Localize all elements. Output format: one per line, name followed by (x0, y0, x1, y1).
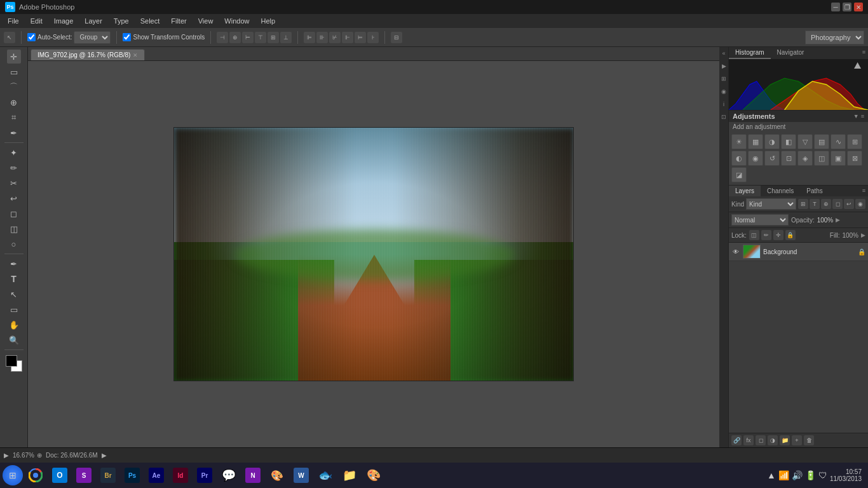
dodge-tool[interactable]: ○ (7, 237, 21, 251)
healing-brush-tool[interactable]: ✦ (7, 146, 21, 159)
menu-layer[interactable]: Layer (79, 16, 107, 26)
workspace-dropdown[interactable]: Photography Essentials Design Painting M… (805, 30, 864, 44)
menu-help[interactable]: Help (255, 16, 280, 26)
channelmixer-adj-icon[interactable]: ◐ (731, 151, 747, 166)
adjustments-collapse-icon[interactable]: ▼ (853, 113, 859, 119)
histogram-tab[interactable]: Histogram (729, 47, 771, 59)
filter-on-icon[interactable]: ◉ (855, 199, 865, 209)
shape-tool[interactable]: ▭ (7, 302, 21, 316)
curves-adj-icon[interactable]: ◑ (764, 134, 780, 149)
pattern-adj-icon[interactable]: ◪ (731, 167, 747, 182)
add-adjustment-icon[interactable]: ◑ (768, 435, 778, 445)
auto-select-dropdown[interactable]: Group Layer (74, 31, 111, 44)
menu-filter[interactable]: Filter (166, 16, 191, 26)
layer-visibility-icon[interactable]: 👁 (731, 247, 740, 256)
path-select-tool[interactable]: ↖ (7, 287, 21, 301)
menu-file[interactable]: File (3, 16, 24, 26)
zoom-tool[interactable]: 🔍 (7, 333, 21, 347)
lock-pixels-icon[interactable]: ✏ (761, 230, 771, 240)
lock-transparent-icon[interactable]: ◫ (749, 230, 759, 240)
paths-tab[interactable]: Paths (800, 186, 829, 196)
dist-bottom-icon[interactable]: ⊦ (367, 32, 379, 43)
menu-type[interactable]: Type (109, 16, 134, 26)
align-right-icon[interactable]: ⊢ (242, 32, 254, 43)
adjustments-options-icon[interactable]: ≡ (861, 113, 864, 119)
tray-expand-icon[interactable]: ▲ (767, 470, 776, 480)
opacity-arrow[interactable]: ▶ (836, 217, 840, 223)
menu-edit[interactable]: Edit (25, 16, 48, 26)
gradientmap-adj-icon[interactable]: ▣ (831, 151, 846, 166)
side-icon-1[interactable]: ▶ (720, 62, 728, 70)
add-link-icon[interactable]: 🔗 (731, 435, 742, 445)
align-top-icon[interactable]: ⊤ (255, 32, 266, 43)
marquee-tool[interactable]: ▭ (7, 65, 21, 79)
dist-center-v-icon[interactable]: ⊨ (355, 32, 366, 43)
filter-shape-icon[interactable]: ◻ (832, 199, 843, 209)
blend-mode-dropdown[interactable]: Normal Multiply Screen Overlay (731, 214, 789, 226)
selectivecolor-adj-icon[interactable]: ◫ (814, 151, 829, 166)
lasso-tool[interactable]: ⌒ (7, 80, 21, 94)
photofilter-adj-icon[interactable]: ⊞ (847, 134, 862, 149)
taskbar-explorer-icon[interactable]: 📁 (338, 464, 361, 487)
align-center-v-icon[interactable]: ⊞ (268, 32, 279, 43)
tray-antivirus-icon[interactable]: 🛡 (818, 470, 827, 480)
brush-tool[interactable]: ✏ (7, 161, 21, 175)
tray-power-icon[interactable]: 🔋 (805, 470, 816, 480)
taskbar-fish-icon[interactable]: 🐟 (314, 464, 337, 487)
side-icon-5[interactable]: ⊡ (720, 113, 728, 121)
add-layer-icon[interactable]: + (792, 435, 802, 445)
align-bottom-icon[interactable]: ⊥ (280, 32, 292, 43)
start-button[interactable]: ⊞ (3, 465, 23, 485)
navigator-tab[interactable]: Navigator (771, 47, 811, 59)
pen-tool[interactable]: ✒ (7, 257, 21, 271)
add-mask-icon[interactable]: ◻ (756, 435, 766, 445)
taskbar-outlook-icon[interactable]: O (48, 464, 71, 487)
clone-stamp-tool[interactable]: ✂ (7, 176, 21, 190)
layer-item-background[interactable]: 👁 Background 🔒 (729, 243, 868, 261)
move-tool[interactable]: ✛ (7, 50, 21, 64)
add-fx-icon[interactable]: fx (743, 435, 754, 445)
menu-view[interactable]: View (193, 16, 219, 26)
taskbar-chrome-icon[interactable] (24, 464, 47, 487)
taskbar-pr-icon[interactable]: Pr (193, 464, 216, 487)
side-icon-2[interactable]: ⊞ (720, 75, 728, 83)
side-icon-4[interactable]: i (720, 100, 728, 108)
delete-layer-icon[interactable]: 🗑 (804, 435, 814, 445)
hand-tool[interactable]: ✋ (7, 318, 21, 332)
dist-left-icon[interactable]: ⊫ (304, 32, 315, 43)
taskbar-bridge-icon[interactable]: Br (97, 464, 119, 487)
colorbalance-adj-icon[interactable]: ∿ (831, 134, 846, 149)
brightness-adj-icon[interactable]: ☀ (731, 134, 747, 149)
levels-adj-icon[interactable]: ▦ (748, 134, 763, 149)
status-left-arrow[interactable]: ▶ (4, 452, 9, 459)
document-tab[interactable]: IMG_9702.jpg @ 16.7% (RGB/8) ✕ (31, 49, 145, 60)
posterize-adj-icon[interactable]: ⊡ (781, 151, 796, 166)
zoom-icon[interactable]: ⊕ (37, 452, 42, 459)
dist-top-icon[interactable]: ⊩ (342, 32, 353, 43)
close-button[interactable]: ✕ (854, 3, 863, 11)
filter-smart-icon[interactable]: ↩ (844, 199, 854, 209)
minimize-button[interactable]: ─ (831, 3, 840, 11)
eyedropper-tool[interactable]: ✒ (7, 126, 21, 140)
filter-pixel-icon[interactable]: ⊞ (798, 199, 808, 209)
tab-close-button[interactable]: ✕ (133, 52, 138, 58)
color-swatches[interactable] (6, 355, 22, 372)
collapse-panel-icon[interactable]: « (720, 50, 728, 57)
exposure-adj-icon[interactable]: ◧ (781, 134, 796, 149)
history-brush-tool[interactable]: ↩ (7, 191, 21, 205)
taskbar-ps-icon[interactable]: Ps (121, 464, 144, 487)
restore-button[interactable]: ❐ (843, 3, 851, 11)
menu-image[interactable]: Image (49, 16, 79, 26)
auto-align-icon[interactable]: ⊟ (391, 32, 402, 43)
taskbar-onenote-icon[interactable]: S (72, 464, 95, 487)
auto-select-checkbox[interactable] (27, 33, 36, 41)
taskbar-palette-icon[interactable]: 🎨 (362, 464, 385, 487)
menu-select[interactable]: Select (135, 16, 165, 26)
kind-filter-dropdown[interactable]: Kind (746, 198, 796, 210)
taskbar-onenote2-icon[interactable]: N (241, 464, 264, 487)
layers-tab[interactable]: Layers (729, 186, 761, 196)
menu-window[interactable]: Window (219, 16, 254, 26)
filter-type-icon[interactable]: ⊕ (821, 199, 831, 209)
lock-position-icon[interactable]: ✛ (773, 230, 783, 240)
taskbar-word-icon[interactable]: W (290, 464, 313, 487)
